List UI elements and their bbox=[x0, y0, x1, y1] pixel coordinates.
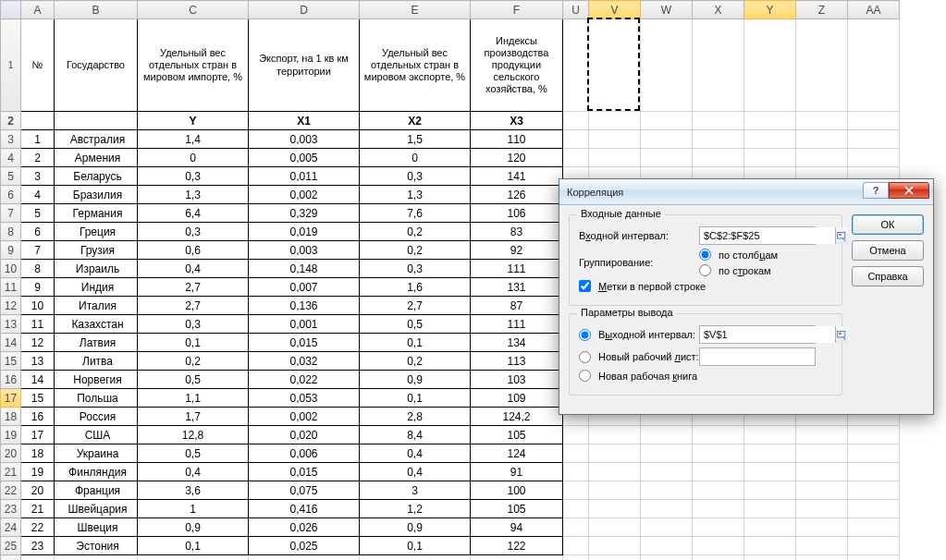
cell[interactable]: 1 bbox=[138, 500, 249, 518]
cell[interactable]: Украина bbox=[55, 444, 138, 463]
cell[interactable]: 0,032 bbox=[249, 352, 360, 371]
cancel-button[interactable]: Отмена bbox=[852, 240, 924, 261]
cell[interactable] bbox=[563, 149, 589, 167]
dialog-titlebar[interactable]: Корреляция ? bbox=[559, 179, 933, 205]
cell[interactable] bbox=[848, 537, 900, 555]
table-subheader-cell[interactable] bbox=[55, 112, 138, 130]
row-header[interactable]: 11 bbox=[1, 278, 21, 297]
row-header[interactable]: 17 bbox=[1, 389, 21, 408]
cell[interactable] bbox=[796, 149, 848, 167]
cell[interactable] bbox=[848, 500, 900, 518]
cell[interactable] bbox=[563, 555, 589, 561]
new-worksheet-name-input[interactable] bbox=[699, 347, 816, 366]
cell[interactable] bbox=[641, 130, 693, 149]
cell[interactable]: Австралия bbox=[55, 130, 138, 149]
cell[interactable]: 0,329 bbox=[249, 204, 360, 223]
cell[interactable]: 0,025 bbox=[249, 537, 360, 555]
cell[interactable]: Германия bbox=[55, 204, 138, 223]
cell[interactable]: США bbox=[55, 426, 138, 444]
cell[interactable] bbox=[563, 112, 589, 130]
cell[interactable]: 0,4 bbox=[138, 260, 249, 278]
column-header[interactable]: U bbox=[563, 1, 589, 19]
cell[interactable] bbox=[589, 481, 641, 500]
help-button-icon[interactable]: ? bbox=[863, 182, 889, 199]
cell[interactable]: 22 bbox=[21, 518, 55, 537]
column-header[interactable]: E bbox=[360, 1, 471, 19]
table-subheader-cell[interactable]: X3 bbox=[471, 112, 563, 130]
cell[interactable] bbox=[589, 444, 641, 463]
cell[interactable] bbox=[589, 426, 641, 444]
cell[interactable]: Россия bbox=[55, 408, 138, 426]
cell[interactable] bbox=[796, 518, 848, 537]
cell[interactable]: 100 bbox=[471, 481, 563, 500]
cell[interactable]: 9 bbox=[21, 278, 55, 297]
cell[interactable]: 0,6 bbox=[138, 241, 249, 260]
row-header[interactable]: 9 bbox=[1, 241, 21, 260]
cell[interactable]: 120 bbox=[471, 149, 563, 167]
table-header-cell[interactable]: Удельный вес отдельных стран в мировом э… bbox=[360, 19, 471, 112]
row-header[interactable]: 25 bbox=[1, 537, 21, 555]
cell[interactable]: 0,9 bbox=[138, 518, 249, 537]
row-header[interactable]: 3 bbox=[1, 130, 21, 149]
cell[interactable]: 92 bbox=[471, 241, 563, 260]
cell[interactable]: 1,7 bbox=[138, 408, 249, 426]
input-range-field[interactable] bbox=[699, 226, 816, 245]
cell[interactable]: 18 bbox=[21, 444, 55, 463]
cell[interactable] bbox=[848, 463, 900, 481]
cell[interactable]: 0 bbox=[360, 149, 471, 167]
cell[interactable]: 0,5 bbox=[360, 315, 471, 334]
cell[interactable]: 0,9 bbox=[360, 518, 471, 537]
cell[interactable]: Италия bbox=[55, 297, 138, 315]
cell[interactable]: 0,022 bbox=[249, 371, 360, 389]
cell[interactable] bbox=[693, 537, 744, 555]
cell[interactable]: 134 bbox=[471, 334, 563, 352]
column-header[interactable]: B bbox=[55, 1, 138, 19]
cell[interactable] bbox=[848, 518, 900, 537]
cell[interactable]: 0,416 bbox=[249, 500, 360, 518]
cell[interactable] bbox=[360, 555, 471, 561]
cell[interactable] bbox=[848, 426, 900, 444]
table-subheader-cell[interactable]: X1 bbox=[249, 112, 360, 130]
cell[interactable] bbox=[693, 19, 744, 112]
cell[interactable]: Швеция bbox=[55, 518, 138, 537]
cell[interactable] bbox=[641, 426, 693, 444]
cell[interactable] bbox=[693, 130, 744, 149]
close-button[interactable] bbox=[889, 182, 929, 199]
cell[interactable] bbox=[848, 19, 900, 112]
cell[interactable]: 16 bbox=[21, 408, 55, 426]
cell[interactable]: Эстония bbox=[55, 537, 138, 555]
cell[interactable]: 0,011 bbox=[249, 167, 360, 186]
cell[interactable]: 126 bbox=[471, 186, 563, 204]
cell[interactable]: 2,7 bbox=[138, 297, 249, 315]
cell[interactable]: 7 bbox=[21, 241, 55, 260]
row-header[interactable]: 18 bbox=[1, 408, 21, 426]
cell[interactable]: 0,001 bbox=[249, 315, 360, 334]
column-header[interactable]: W bbox=[641, 1, 693, 19]
cell[interactable] bbox=[796, 130, 848, 149]
cell[interactable]: 0,1 bbox=[138, 334, 249, 352]
cell[interactable]: 113 bbox=[471, 352, 563, 371]
cell[interactable]: 20 bbox=[21, 481, 55, 500]
cell[interactable]: 0,007 bbox=[249, 278, 360, 297]
row-header[interactable]: 22 bbox=[1, 481, 21, 500]
row-header[interactable]: 4 bbox=[1, 149, 21, 167]
cell[interactable] bbox=[563, 426, 589, 444]
cell[interactable]: Бразилия bbox=[55, 186, 138, 204]
cell[interactable] bbox=[641, 149, 693, 167]
cell[interactable] bbox=[796, 537, 848, 555]
cell[interactable]: 0,075 bbox=[249, 481, 360, 500]
cell[interactable]: Греция bbox=[55, 223, 138, 241]
cell[interactable]: 1,5 bbox=[360, 130, 471, 149]
cell[interactable]: 1,3 bbox=[138, 186, 249, 204]
cell[interactable] bbox=[589, 130, 641, 149]
cell[interactable]: 122 bbox=[471, 537, 563, 555]
cell[interactable]: 124 bbox=[471, 444, 563, 463]
group-by-columns-radio[interactable]: по столбцам bbox=[699, 249, 778, 261]
cell[interactable] bbox=[744, 426, 796, 444]
cell[interactable] bbox=[693, 481, 744, 500]
cell[interactable] bbox=[641, 463, 693, 481]
cell[interactable] bbox=[563, 130, 589, 149]
cell[interactable] bbox=[693, 555, 744, 561]
cell[interactable] bbox=[848, 130, 900, 149]
cell[interactable] bbox=[744, 463, 796, 481]
